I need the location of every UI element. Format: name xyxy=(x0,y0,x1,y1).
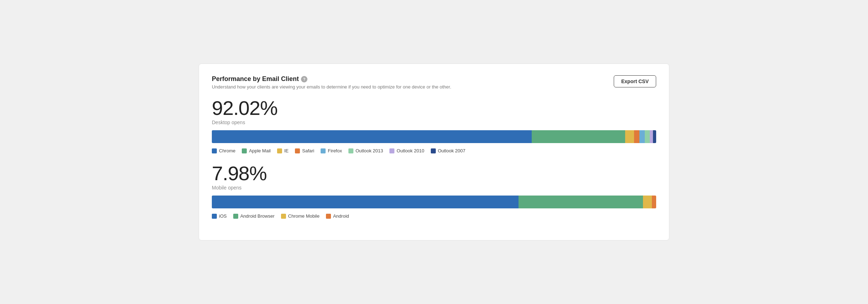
bar-segment-chrome-mobile xyxy=(643,196,652,208)
title-text: Performance by Email Client xyxy=(212,75,299,83)
legend-label: Android xyxy=(333,213,349,219)
title-area: Performance by Email Client ? Understand… xyxy=(212,75,451,90)
desktop-section: 92.02% Desktop opens ChromeApple MailIES… xyxy=(212,98,656,153)
legend-label: Outlook 2007 xyxy=(438,148,465,153)
legend-label: Chrome Mobile xyxy=(288,213,320,219)
legend-label: Android Browser xyxy=(240,213,275,219)
legend-label: Outlook 2010 xyxy=(397,148,424,153)
legend-item: Firefox xyxy=(321,148,342,153)
mobile-label: Mobile opens xyxy=(212,185,656,191)
legend-color xyxy=(242,148,247,153)
card-header: Performance by Email Client ? Understand… xyxy=(212,75,656,90)
legend-item: Safari xyxy=(295,148,314,153)
performance-card: Performance by Email Client ? Understand… xyxy=(199,64,669,240)
bar-segment-outlook-2010 xyxy=(650,130,653,143)
bar-segment-ie xyxy=(625,130,634,143)
bar-segment-ios xyxy=(212,196,519,208)
legend-color xyxy=(212,148,217,153)
legend-item: Chrome xyxy=(212,148,235,153)
bar-segment-android xyxy=(652,196,656,208)
bar-segment-chrome xyxy=(212,130,532,143)
legend-item: Outlook 2007 xyxy=(431,148,465,153)
desktop-label: Desktop opens xyxy=(212,120,656,125)
legend-label: Firefox xyxy=(328,148,342,153)
legend-color xyxy=(277,148,282,153)
legend-label: Safari xyxy=(302,148,314,153)
help-icon[interactable]: ? xyxy=(301,76,307,82)
legend-item: Android xyxy=(326,213,349,219)
desktop-legend: ChromeApple MailIESafariFirefoxOutlook 2… xyxy=(212,148,656,153)
legend-color xyxy=(321,148,326,153)
desktop-percent: 92.02% xyxy=(212,98,656,118)
mobile-bar xyxy=(212,196,656,208)
bar-segment-apple-mail xyxy=(532,130,625,143)
legend-label: Chrome xyxy=(219,148,235,153)
bar-segment-outlook-2007 xyxy=(653,130,656,143)
bar-segment-safari xyxy=(634,130,639,143)
card-subtitle: Understand how your clients are viewing … xyxy=(212,84,451,90)
legend-label: Apple Mail xyxy=(249,148,271,153)
legend-item: Outlook 2013 xyxy=(348,148,383,153)
legend-item: iOS xyxy=(212,213,227,219)
legend-color xyxy=(389,148,394,153)
bar-segment-android-browser xyxy=(519,196,643,208)
mobile-legend: iOSAndroid BrowserChrome MobileAndroid xyxy=(212,213,656,219)
legend-item: IE xyxy=(277,148,289,153)
legend-label: Outlook 2013 xyxy=(356,148,383,153)
legend-color xyxy=(348,148,353,153)
desktop-bar xyxy=(212,130,656,143)
bar-segment-firefox xyxy=(639,130,645,143)
legend-label: IE xyxy=(284,148,289,153)
legend-item: Apple Mail xyxy=(242,148,271,153)
legend-color xyxy=(212,214,217,219)
card-title: Performance by Email Client ? xyxy=(212,75,451,83)
mobile-section: 7.98% Mobile opens iOSAndroid BrowserChr… xyxy=(212,163,656,219)
legend-color xyxy=(295,148,300,153)
legend-item: Outlook 2010 xyxy=(389,148,424,153)
legend-color xyxy=(431,148,436,153)
legend-color xyxy=(233,214,238,219)
legend-item: Android Browser xyxy=(233,213,275,219)
export-csv-button[interactable]: Export CSV xyxy=(614,75,656,87)
legend-color xyxy=(281,214,286,219)
legend-color xyxy=(326,214,331,219)
legend-item: Chrome Mobile xyxy=(281,213,320,219)
bar-segment-outlook-2013 xyxy=(645,130,650,143)
legend-label: iOS xyxy=(219,213,227,219)
mobile-percent: 7.98% xyxy=(212,163,656,183)
